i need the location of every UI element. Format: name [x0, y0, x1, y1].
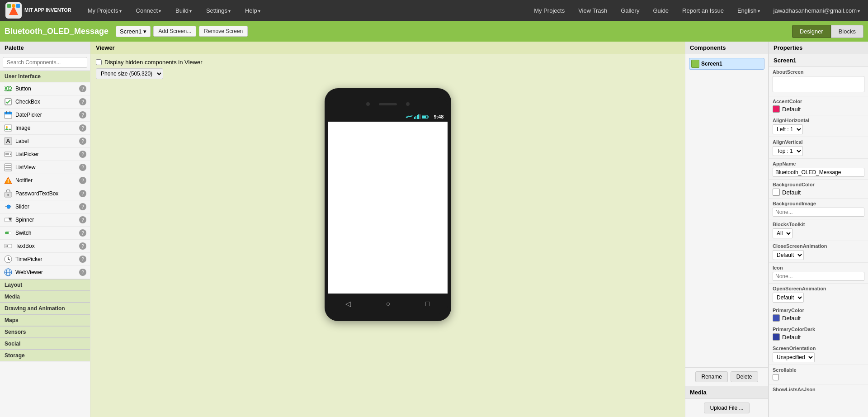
nav-connect[interactable]: Connect▾ [133, 5, 164, 16]
datepicker-help-icon[interactable]: ? [79, 111, 86, 118]
prop-about-screen-input[interactable] [773, 76, 864, 92]
listpicker-help-icon[interactable]: ? [79, 151, 86, 158]
prop-background-color-value: Default [782, 189, 801, 196]
prop-close-screen-anim-select[interactable]: Default [773, 250, 804, 260]
component-screen1[interactable]: Screen1 [689, 58, 764, 70]
nav-user-email[interactable]: jawadhasanhemani@gmail.com▾ [771, 5, 863, 16]
palette-section-layout[interactable]: Layout [0, 279, 90, 291]
notifier-help-icon[interactable]: ? [79, 177, 86, 184]
checkbox-help-icon[interactable]: ? [79, 98, 86, 105]
display-hidden-checkbox[interactable] [96, 59, 102, 65]
listview-help-icon[interactable]: ? [79, 164, 86, 171]
palette-section-sensors[interactable]: Sensors [0, 326, 90, 338]
prop-primary-color-swatch[interactable] [773, 314, 780, 322]
prop-app-name-input[interactable] [773, 168, 864, 177]
nav-report-issue[interactable]: Report an Issue [679, 5, 726, 16]
add-screen-button[interactable]: Add Screen... [153, 26, 196, 37]
prop-open-screen-anim-select[interactable]: Default [773, 293, 804, 303]
svg-point-13 [6, 126, 8, 128]
rename-button[interactable]: Rename [695, 371, 727, 382]
prop-align-vertical-select[interactable]: Top : 1 [773, 146, 803, 156]
palette-section-social[interactable]: Social [0, 338, 90, 350]
button-icon: OK [4, 84, 13, 93]
palette-section-storage[interactable]: Storage [0, 350, 90, 361]
prop-scrollable-checkbox[interactable] [773, 374, 779, 380]
timepicker-help-icon[interactable]: ? [79, 256, 86, 263]
phone-mockup: 9:48 ◁ ○ □ [325, 88, 451, 321]
nav-settings[interactable]: Settings▾ [203, 5, 233, 16]
nav-guide[interactable]: Guide [650, 5, 671, 16]
svg-rect-48 [428, 116, 429, 118]
image-help-icon[interactable]: ? [79, 124, 86, 132]
palette-item-image[interactable]: Image ? [0, 122, 90, 135]
nav-my-projects[interactable]: My Projects▾ [85, 5, 124, 16]
screen-selector[interactable]: Screen1 ▾ [116, 26, 151, 37]
palette-item-notifier[interactable]: ! Notifier ? [0, 174, 90, 187]
spinner-help-icon[interactable]: ? [79, 216, 86, 223]
nav-help[interactable]: Help▾ [242, 5, 263, 16]
prop-accent-color-label: AccentColor [773, 99, 864, 104]
screen1-icon [691, 60, 699, 68]
palette-item-webviewer[interactable]: WebViewer ? [0, 266, 90, 279]
palette-item-label[interactable]: A Label ? [0, 135, 90, 148]
prop-blocks-toolkit: BlocksToolkit All [769, 219, 868, 241]
designer-blocks-toggle: Designer Blocks [792, 25, 863, 38]
listview-label: ListView [15, 164, 76, 171]
prop-primary-color-dark-swatch[interactable] [773, 333, 780, 341]
palette-item-switch[interactable]: Switch ? [0, 227, 90, 240]
nav-right: My Projects View Trash Gallery Guide Rep… [531, 5, 863, 16]
designer-mode-button[interactable]: Designer [792, 25, 831, 38]
palette-item-spinner[interactable]: ▼ Spinner ? [0, 213, 90, 227]
nav-gallery[interactable]: Gallery [618, 5, 642, 16]
phone-size-select[interactable]: Phone size (505,320) [96, 68, 163, 79]
webviewer-help-icon[interactable]: ? [79, 269, 86, 276]
component-screen1-label: Screen1 [701, 61, 722, 67]
nav-view-trash[interactable]: View Trash [576, 5, 610, 16]
phone-home-button[interactable]: ○ [386, 300, 391, 308]
prop-primary-color-dark: PrimaryColorDark Default [769, 324, 868, 343]
palette-item-textbox[interactable]: TextBox ? [0, 240, 90, 253]
remove-screen-button[interactable]: Remove Screen [199, 26, 248, 37]
prop-screen-orientation-select[interactable]: Unspecified [773, 352, 815, 362]
main-area: Palette User Interface OK Button ? Check… [0, 42, 868, 417]
delete-button[interactable]: Delete [731, 371, 758, 382]
passwordtextbox-help-icon[interactable]: ? [79, 190, 86, 197]
palette-item-button[interactable]: OK Button ? [0, 82, 90, 95]
textbox-help-icon[interactable]: ? [79, 242, 86, 250]
prop-background-image-input[interactable] [773, 208, 864, 217]
search-input[interactable] [3, 57, 87, 68]
prop-align-horizontal-select[interactable]: Left : 1 [773, 124, 803, 134]
palette-item-passwordtextbox[interactable]: PasswordTextBox ? [0, 187, 90, 200]
palette-section-maps[interactable]: Maps [0, 314, 90, 326]
switch-help-icon[interactable]: ? [79, 229, 86, 237]
components-panel: Components Screen1 Rename Delete Media U… [685, 42, 769, 417]
nav-build[interactable]: Build▾ [173, 5, 194, 16]
upload-file-button[interactable]: Upload File ... [704, 403, 749, 413]
palette-item-listpicker[interactable]: ListPicker ? [0, 148, 90, 161]
phone-recent-button[interactable]: □ [425, 300, 430, 308]
prop-accent-color-swatch[interactable] [773, 105, 780, 113]
nav-language[interactable]: English▾ [735, 5, 763, 16]
prop-blocks-toolkit-select[interactable]: All [773, 228, 793, 238]
button-help-icon[interactable]: ? [79, 85, 86, 92]
slider-help-icon[interactable]: ? [79, 203, 86, 210]
palette-section-drawing[interactable]: Drawing and Animation [0, 303, 90, 314]
palette-item-timepicker[interactable]: TimePicker ? [0, 253, 90, 266]
prop-background-color-swatch[interactable] [773, 189, 780, 196]
phone-screen[interactable] [328, 122, 448, 294]
palette-item-datepicker[interactable]: DatePicker ? [0, 109, 90, 122]
palette-item-checkbox[interactable]: CheckBox ? [0, 95, 90, 109]
phone-back-button[interactable]: ◁ [345, 299, 351, 308]
palette-section-media[interactable]: Media [0, 291, 90, 303]
nav-my-projects-right[interactable]: My Projects [531, 5, 567, 16]
prop-primary-color-dark-label: PrimaryColorDark [773, 327, 864, 332]
label-help-icon[interactable]: ? [79, 137, 86, 145]
palette-item-listview[interactable]: ListView ? [0, 161, 90, 174]
blocks-mode-button[interactable]: Blocks [831, 25, 863, 38]
prop-app-name-label: AppName [773, 161, 864, 166]
svg-point-32 [9, 232, 11, 234]
svg-rect-3 [7, 4, 11, 8]
prop-icon-input[interactable] [773, 272, 864, 281]
prop-align-vertical-label: AlignVertical [773, 139, 864, 145]
palette-item-slider[interactable]: Slider ? [0, 200, 90, 213]
